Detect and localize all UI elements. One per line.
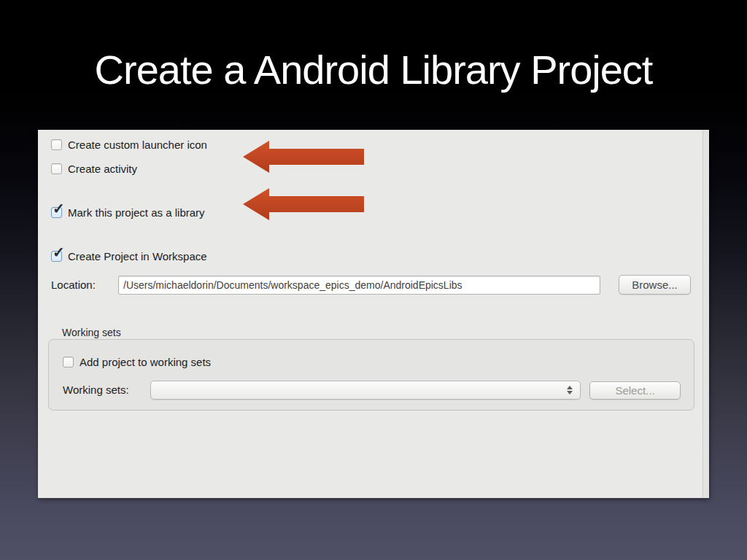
new-android-project-dialog: Create custom launcher icon Create activ…	[38, 130, 709, 498]
option-row: ✓ Mark this project as a library	[51, 206, 205, 219]
working-sets-group: Add project to working sets Working sets…	[48, 339, 694, 411]
option-row: Add project to working sets	[63, 355, 211, 368]
create-activity-checkbox[interactable]	[51, 163, 62, 174]
working-sets-dropdown[interactable]	[150, 381, 581, 400]
checkmark-icon: ✓	[53, 245, 65, 260]
dialog-right-gutter	[703, 130, 709, 498]
add-project-to-working-sets-checkbox[interactable]	[63, 357, 74, 368]
slide-title: Create a Android Library Project	[0, 41, 747, 99]
annotation-arrow-left-icon	[243, 140, 364, 174]
working-sets-group-label: Working sets	[62, 327, 121, 338]
location-input[interactable]	[118, 276, 600, 295]
create-custom-launcher-icon-checkbox[interactable]	[51, 139, 62, 150]
slide: Create a Android Library Project Create …	[0, 0, 747, 560]
checkbox-label: Create activity	[68, 163, 137, 175]
updown-stepper-icon	[567, 386, 573, 394]
select-button-label: Select...	[615, 384, 654, 397]
annotation-arrow-left-icon	[243, 187, 364, 221]
select-button[interactable]: Select...	[589, 381, 681, 400]
mark-as-library-checkbox[interactable]: ✓	[51, 207, 62, 218]
option-row: Create activity	[51, 162, 137, 175]
working-sets-row-label: Working sets:	[63, 384, 129, 396]
checkmark-icon: ✓	[53, 201, 65, 216]
checkbox-label: Add project to working sets	[80, 356, 211, 368]
browse-button[interactable]: Browse...	[619, 275, 691, 295]
browse-button-label: Browse...	[632, 279, 678, 291]
location-label: Location:	[51, 279, 96, 291]
option-row: ✓ Create Project in Workspace	[51, 249, 207, 262]
create-project-in-workspace-checkbox[interactable]: ✓	[51, 251, 62, 262]
option-row: Create custom launcher icon	[51, 138, 207, 151]
checkbox-label: Create custom launcher icon	[68, 139, 207, 151]
checkbox-label: Create Project in Workspace	[68, 250, 207, 262]
checkbox-label: Mark this project as a library	[68, 206, 205, 219]
